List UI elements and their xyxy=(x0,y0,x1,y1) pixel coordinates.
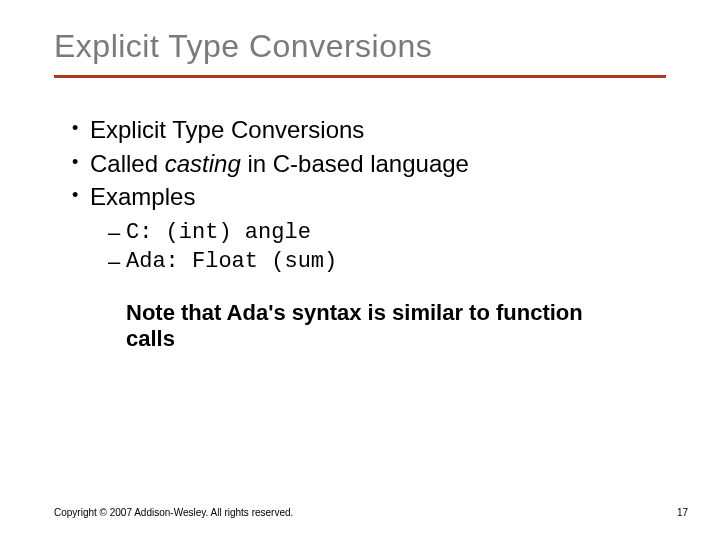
bullet-list-level2: C: (int) angle Ada: Float (sum) xyxy=(108,219,666,276)
example-item: C: (int) angle xyxy=(108,219,666,248)
example-text: C: (int) angle xyxy=(126,220,311,245)
bullet-item: Called casting in C-based language xyxy=(72,148,666,180)
bullet-item: Explicit Type Conversions xyxy=(72,114,666,146)
bullet-text: Examples xyxy=(90,183,195,210)
bullet-item: Examples xyxy=(72,181,666,213)
slide-title: Explicit Type Conversions xyxy=(54,28,666,73)
slide-content: Explicit Type Conversions Called casting… xyxy=(54,114,666,351)
example-text: Ada: Float (sum) xyxy=(126,249,337,274)
example-item: Ada: Float (sum) xyxy=(108,248,666,277)
bullet-list-level1: Explicit Type Conversions Called casting… xyxy=(72,114,666,213)
bullet-text: Explicit Type Conversions xyxy=(90,116,364,143)
bullet-text-pre: Called xyxy=(90,150,165,177)
title-rule xyxy=(54,75,666,78)
page-number: 17 xyxy=(677,507,688,518)
copyright-footer: Copyright © 2007 Addison-Wesley. All rig… xyxy=(54,507,293,518)
note-text: Note that Ada's syntax is similar to fun… xyxy=(126,300,606,351)
slide: Explicit Type Conversions Explicit Type … xyxy=(0,0,720,540)
bullet-text-emph: casting xyxy=(165,150,241,177)
bullet-text-post: in C-based language xyxy=(241,150,469,177)
